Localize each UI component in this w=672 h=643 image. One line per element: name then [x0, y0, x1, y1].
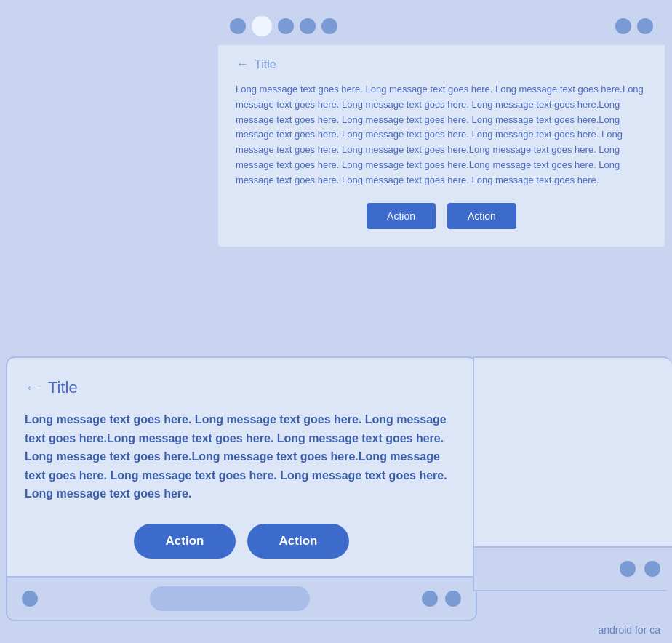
mobile-nav-dot-right-2 — [445, 591, 461, 607]
mobile-nav-dot-left — [22, 591, 38, 607]
nav-dot-4 — [300, 18, 316, 34]
top-message-text: Long message text goes here. Long messag… — [236, 82, 647, 188]
top-title-row: ← Title — [236, 57, 647, 72]
top-button-row: Action Action — [236, 203, 647, 229]
top-nav-bar — [218, 7, 665, 45]
bottom-title-text: Title — [48, 378, 78, 397]
right-nav-dot-2 — [644, 561, 660, 577]
bottom-inner: ← Title Long message text goes here. Lon… — [7, 358, 476, 576]
bottom-action-button-2[interactable]: Action — [247, 524, 349, 559]
right-nav-dot-1 — [620, 561, 636, 577]
mobile-nav-pill[interactable] — [150, 586, 310, 611]
top-nav-dots-left — [230, 16, 337, 36]
nav-dot-3 — [278, 18, 294, 34]
top-inner: ← Title Long message text goes here. Lon… — [218, 45, 665, 247]
bottom-card: ← Title Long message text goes here. Lon… — [6, 356, 477, 621]
nav-dot-5 — [321, 18, 337, 34]
mobile-bottom-nav — [7, 576, 476, 620]
bottom-message-text: Long message text goes here. Long messag… — [25, 410, 458, 503]
top-action-button-2[interactable]: Action — [447, 203, 516, 229]
mobile-nav-dots-right — [422, 591, 461, 607]
right-partial-nav — [474, 546, 672, 590]
top-nav-dots-right — [615, 18, 653, 34]
nav-dot-2-white — [252, 16, 272, 36]
nav-dot-1 — [230, 18, 246, 34]
watermark: android for ca — [598, 624, 660, 636]
top-title-text: Title — [255, 58, 276, 71]
bottom-action-button-1[interactable]: Action — [134, 524, 236, 559]
bottom-back-arrow-icon[interactable]: ← — [25, 378, 41, 397]
nav-dot-right-1 — [615, 18, 631, 34]
right-partial-card — [473, 356, 672, 591]
mobile-nav-dot-right-1 — [422, 591, 438, 607]
bottom-title-row: ← Title — [25, 378, 458, 397]
top-card: ← Title Long message text goes here. Lon… — [218, 7, 665, 247]
bottom-button-row: Action Action — [25, 524, 458, 559]
top-action-button-1[interactable]: Action — [367, 203, 436, 229]
top-back-arrow-icon[interactable]: ← — [236, 57, 249, 72]
nav-dot-right-2 — [637, 18, 653, 34]
